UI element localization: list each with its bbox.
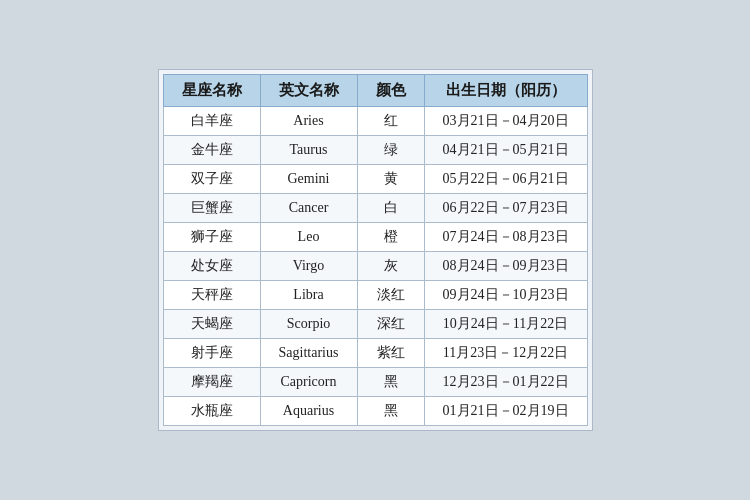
- cell-dates: 03月21日－04月20日: [424, 107, 587, 136]
- table-row: 狮子座Leo橙07月24日－08月23日: [163, 223, 587, 252]
- cell-chinese-name: 天秤座: [163, 281, 260, 310]
- zodiac-table: 星座名称 英文名称 颜色 出生日期（阳历） 白羊座Aries红03月21日－04…: [163, 74, 588, 426]
- table-header-row: 星座名称 英文名称 颜色 出生日期（阳历）: [163, 75, 587, 107]
- cell-chinese-name: 水瓶座: [163, 397, 260, 426]
- zodiac-table-container: 星座名称 英文名称 颜色 出生日期（阳历） 白羊座Aries红03月21日－04…: [158, 69, 593, 431]
- cell-dates: 04月21日－05月21日: [424, 136, 587, 165]
- cell-color: 橙: [357, 223, 424, 252]
- header-dates: 出生日期（阳历）: [424, 75, 587, 107]
- cell-color: 红: [357, 107, 424, 136]
- cell-chinese-name: 天蝎座: [163, 310, 260, 339]
- table-row: 金牛座Taurus绿04月21日－05月21日: [163, 136, 587, 165]
- cell-english-name: Cancer: [260, 194, 357, 223]
- cell-color: 黄: [357, 165, 424, 194]
- cell-english-name: Taurus: [260, 136, 357, 165]
- cell-color: 白: [357, 194, 424, 223]
- cell-chinese-name: 射手座: [163, 339, 260, 368]
- table-row: 水瓶座Aquarius黑01月21日－02月19日: [163, 397, 587, 426]
- cell-chinese-name: 白羊座: [163, 107, 260, 136]
- header-color: 颜色: [357, 75, 424, 107]
- cell-english-name: Leo: [260, 223, 357, 252]
- cell-dates: 01月21日－02月19日: [424, 397, 587, 426]
- table-row: 天秤座Libra淡红09月24日－10月23日: [163, 281, 587, 310]
- cell-english-name: Capricorn: [260, 368, 357, 397]
- cell-dates: 10月24日－11月22日: [424, 310, 587, 339]
- cell-color: 黑: [357, 368, 424, 397]
- cell-dates: 06月22日－07月23日: [424, 194, 587, 223]
- cell-english-name: Gemini: [260, 165, 357, 194]
- cell-english-name: Virgo: [260, 252, 357, 281]
- table-row: 双子座Gemini黄05月22日－06月21日: [163, 165, 587, 194]
- cell-color: 绿: [357, 136, 424, 165]
- cell-color: 淡红: [357, 281, 424, 310]
- cell-dates: 12月23日－01月22日: [424, 368, 587, 397]
- table-row: 巨蟹座Cancer白06月22日－07月23日: [163, 194, 587, 223]
- cell-english-name: Libra: [260, 281, 357, 310]
- cell-chinese-name: 处女座: [163, 252, 260, 281]
- header-english-name: 英文名称: [260, 75, 357, 107]
- cell-dates: 09月24日－10月23日: [424, 281, 587, 310]
- cell-dates: 08月24日－09月23日: [424, 252, 587, 281]
- table-row: 白羊座Aries红03月21日－04月20日: [163, 107, 587, 136]
- cell-chinese-name: 金牛座: [163, 136, 260, 165]
- header-chinese-name: 星座名称: [163, 75, 260, 107]
- table-row: 天蝎座Scorpio深红10月24日－11月22日: [163, 310, 587, 339]
- table-row: 处女座Virgo灰08月24日－09月23日: [163, 252, 587, 281]
- table-row: 射手座Sagittarius紫红11月23日－12月22日: [163, 339, 587, 368]
- table-row: 摩羯座Capricorn黑12月23日－01月22日: [163, 368, 587, 397]
- cell-chinese-name: 摩羯座: [163, 368, 260, 397]
- cell-chinese-name: 双子座: [163, 165, 260, 194]
- cell-color: 深红: [357, 310, 424, 339]
- cell-chinese-name: 狮子座: [163, 223, 260, 252]
- cell-english-name: Scorpio: [260, 310, 357, 339]
- cell-color: 灰: [357, 252, 424, 281]
- cell-chinese-name: 巨蟹座: [163, 194, 260, 223]
- cell-color: 紫红: [357, 339, 424, 368]
- cell-color: 黑: [357, 397, 424, 426]
- cell-dates: 07月24日－08月23日: [424, 223, 587, 252]
- cell-english-name: Aries: [260, 107, 357, 136]
- cell-dates: 11月23日－12月22日: [424, 339, 587, 368]
- cell-english-name: Sagittarius: [260, 339, 357, 368]
- cell-english-name: Aquarius: [260, 397, 357, 426]
- cell-dates: 05月22日－06月21日: [424, 165, 587, 194]
- table-body: 白羊座Aries红03月21日－04月20日金牛座Taurus绿04月21日－0…: [163, 107, 587, 426]
